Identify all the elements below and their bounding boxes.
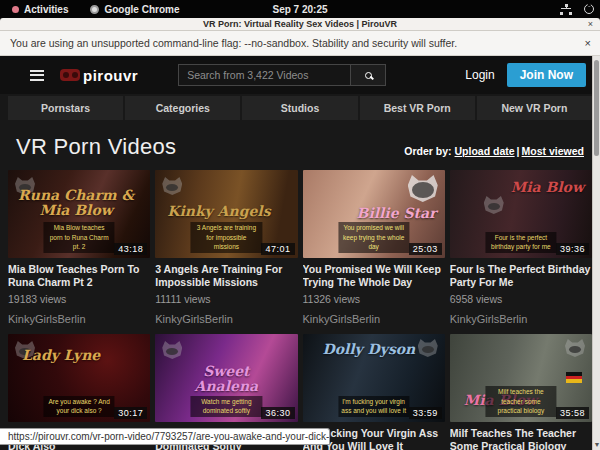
- page-title: VR Porn Videos: [16, 134, 176, 160]
- clock[interactable]: Sep 7 20:25: [272, 4, 327, 15]
- video-title[interactable]: Milf Teaches The Teacher Some Practical …: [450, 427, 592, 450]
- scrollbar-down-arrow-icon[interactable]: ▼: [593, 441, 600, 448]
- search-input[interactable]: [178, 64, 350, 86]
- tab-title: VR Porn: Virtual Reality Sex Videos | Pi…: [203, 19, 397, 29]
- nav-item-pornstars[interactable]: Pornstars: [8, 96, 123, 120]
- studio-logo-icon: [565, 339, 585, 357]
- nav-item-categories[interactable]: Categories: [125, 96, 240, 120]
- video-grid: Runa Charm & Mia Blow Mia Blow teaches p…: [0, 170, 600, 450]
- video-card[interactable]: Runa Charm & Mia Blow Mia Blow teaches p…: [8, 170, 150, 325]
- order-by-upload-date-link[interactable]: Upload date: [455, 145, 515, 157]
- warning-message: You are using an unsupported command-lin…: [0, 37, 457, 49]
- site-logo-text: pirouvr: [83, 67, 138, 84]
- order-by-most-viewed-link[interactable]: Most viewed: [522, 145, 584, 157]
- video-thumbnail[interactable]: Lady Lyne Are you awake ? And your dick …: [8, 334, 150, 422]
- video-card[interactable]: Mia Blow Four is the perfect birthday pa…: [450, 170, 592, 325]
- thumbnail-overlay-name: Kinky Angels: [167, 204, 270, 219]
- studio-logo-icon: [408, 175, 438, 202]
- order-by: Order by: Upload date|Most viewed: [404, 145, 584, 160]
- video-thumbnail[interactable]: Mia Blow Milf teaches the teacher some p…: [450, 334, 592, 422]
- video-card[interactable]: Billie Star You promised we will keep tr…: [303, 170, 445, 325]
- login-link[interactable]: Login: [465, 68, 494, 82]
- thumbnail-overlay-name: Mia Blow: [511, 180, 584, 195]
- app-menu-button[interactable]: Google Chrome: [86, 4, 183, 15]
- notification-dot-icon: [12, 6, 19, 13]
- hamburger-menu-icon[interactable]: [30, 70, 44, 81]
- activities-label: Activities: [24, 4, 68, 15]
- status-url-bubble: https://pirouvr.com/vr-porn-video/779325…: [0, 428, 330, 445]
- studio-logo-icon: [162, 177, 182, 195]
- thumbnail-overlay-name: Runa Charm & Mia Blow: [8, 188, 144, 217]
- warning-infobar: You are using an unsupported command-lin…: [0, 31, 600, 56]
- video-duration: 33:59: [409, 407, 442, 419]
- site-header: pirouvr Login Join Now: [0, 56, 600, 94]
- nav-item-best-vr-porn[interactable]: Best VR Porn: [360, 96, 475, 120]
- thumbnail-caption: I'm fucking your virgin ass and you will…: [338, 396, 409, 418]
- video-thumbnail[interactable]: Billie Star You promised we will keep tr…: [303, 170, 445, 258]
- video-views: 11326 views: [303, 293, 445, 305]
- search-button[interactable]: [350, 64, 386, 86]
- chrome-icon: [90, 5, 99, 14]
- thumbnail-caption: 3 Angels are training for impossible mis…: [191, 222, 262, 253]
- network-icon[interactable]: [560, 4, 572, 15]
- page-content: pirouvr Login Join Now Pornstars Categor…: [0, 56, 600, 450]
- video-thumbnail[interactable]: Kinky Angels 3 Angels are training for i…: [155, 170, 297, 258]
- nav-item-studios[interactable]: Studios: [242, 96, 357, 120]
- search-icon: [365, 72, 372, 79]
- video-duration: 39:36: [556, 243, 589, 255]
- activities-button[interactable]: Activities: [8, 4, 72, 15]
- video-duration: 36:30: [261, 407, 294, 419]
- video-studio-link[interactable]: KinkyGirlsBerlin: [303, 313, 445, 325]
- scrollbar-thumb[interactable]: [594, 60, 599, 156]
- thumbnail-caption: You promised we will keep trying the who…: [338, 222, 409, 253]
- studio-logo-icon: [484, 196, 504, 214]
- video-thumbnail[interactable]: Runa Charm & Mia Blow Mia Blow teaches p…: [8, 170, 150, 258]
- nav-item-new-vr-porn[interactable]: New VR Porn: [477, 96, 592, 120]
- warning-close-icon[interactable]: ×: [585, 37, 591, 49]
- video-views: 11111 views: [155, 293, 297, 305]
- power-icon[interactable]: [584, 4, 594, 14]
- site-logo[interactable]: pirouvr: [60, 67, 138, 84]
- thumbnail-overlay-name: Sweet Analena: [191, 364, 262, 393]
- video-title[interactable]: 3 Angels Are Training For Impossible Mis…: [155, 263, 297, 289]
- thumbnail-overlay-name: Dolly Dyson: [323, 342, 416, 357]
- browser-tab-bar: VR Porn: Virtual Reality Sex Videos | Pi…: [0, 18, 600, 31]
- thumbnail-caption: Watch me getting dominated softly: [191, 396, 262, 418]
- video-duration: 25:03: [409, 243, 442, 255]
- video-title[interactable]: Four Is The Perfect Birthday Party For M…: [450, 263, 592, 289]
- video-studio-link[interactable]: KinkyGirlsBerlin: [450, 313, 592, 325]
- thumbnail-caption: Mia Blow teaches porn to Runa Charm pt. …: [44, 222, 115, 253]
- tab-close-icon[interactable]: ×: [588, 20, 593, 29]
- video-thumbnail[interactable]: Mia Blow Four is the perfect birthday pa…: [450, 170, 592, 258]
- thumbnail-caption: Are you awake ? And your dick also ?: [44, 396, 115, 418]
- video-studio-link[interactable]: KinkyGirlsBerlin: [8, 313, 150, 325]
- system-top-bar: Activities Google Chrome Sep 7 20:25: [0, 0, 600, 18]
- studio-logo-icon: [418, 339, 438, 357]
- video-card[interactable]: Kinky Angels 3 Angels are training for i…: [155, 170, 297, 325]
- video-duration: 47:01: [261, 243, 294, 255]
- video-duration: 43:18: [114, 243, 147, 255]
- page-scrollbar[interactable]: ▼: [592, 56, 600, 450]
- main-nav: Pornstars Categories Studios Best VR Por…: [8, 96, 592, 120]
- join-now-button[interactable]: Join Now: [507, 63, 586, 87]
- video-card[interactable]: Mia Blow Milf teaches the teacher some p…: [450, 334, 592, 450]
- search-bar: [178, 64, 386, 86]
- video-thumbnail[interactable]: Sweet Analena Watch me getting dominated…: [155, 334, 297, 422]
- video-title[interactable]: You Promised We Will Keep Trying The Who…: [303, 263, 445, 289]
- app-menu-label: Google Chrome: [104, 4, 179, 15]
- order-by-label: Order by:: [404, 145, 451, 157]
- thumbnail-caption: Milf teaches the teacher some practical …: [485, 386, 556, 417]
- video-duration: 35:58: [556, 407, 589, 419]
- video-views: 6958 views: [450, 293, 592, 305]
- thumbnail-overlay-name: Lady Lyne: [22, 348, 100, 363]
- video-duration: 30:17: [114, 407, 147, 419]
- video-thumbnail[interactable]: Dolly Dyson I'm fucking your virgin ass …: [303, 334, 445, 422]
- order-by-separator: |: [517, 145, 520, 157]
- video-views: 19183 views: [8, 293, 150, 305]
- german-flag-icon: [566, 372, 582, 383]
- studio-logo-icon: [162, 341, 182, 359]
- video-studio-link[interactable]: KinkyGirlsBerlin: [155, 313, 297, 325]
- video-title[interactable]: Mia Blow Teaches Porn To Runa Charm Pt 2: [8, 263, 150, 289]
- vr-headset-icon: [60, 69, 80, 81]
- thumbnail-overlay-name: Billie Star: [357, 206, 437, 221]
